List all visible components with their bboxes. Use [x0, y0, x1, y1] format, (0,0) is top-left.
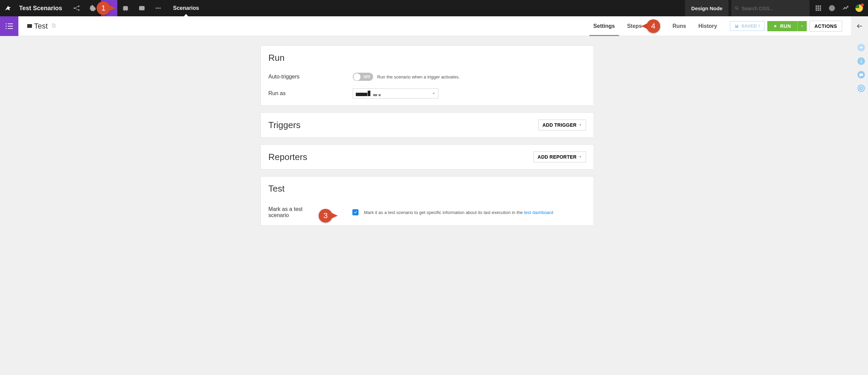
rail-add-icon[interactable] — [857, 43, 865, 52]
tab-runs[interactable]: Runs — [648, 16, 692, 36]
svg-rect-13 — [816, 10, 817, 11]
copy-icon[interactable] — [51, 23, 56, 30]
svg-rect-3 — [139, 6, 144, 10]
add-trigger-button[interactable]: ADD TRIGGER — [538, 120, 586, 130]
tab-history[interactable]: History — [692, 16, 723, 36]
panel-reporters: Reporters ADD REPORTER — [261, 144, 594, 169]
svg-rect-15 — [820, 10, 821, 11]
run-as-value-redacted — [356, 91, 381, 96]
svg-point-0 — [73, 7, 75, 9]
right-rail — [854, 36, 868, 239]
auto-triggers-label: Auto-triggers — [268, 74, 353, 80]
rail-info-icon[interactable] — [857, 57, 865, 65]
panel-run: Run Auto-triggers OFF Run the scenario w… — [261, 46, 594, 106]
mark-test-checkbox[interactable] — [352, 209, 358, 215]
jobs-nav-icon[interactable] — [85, 0, 101, 16]
activity-icon[interactable] — [839, 0, 852, 16]
svg-point-1 — [78, 6, 79, 7]
panel-triggers: Triggers ADD TRIGGER — [261, 112, 594, 138]
auto-triggers-toggle[interactable]: OFF — [353, 73, 373, 81]
svg-rect-11 — [818, 7, 819, 8]
svg-rect-14 — [818, 10, 819, 11]
svg-point-5 — [157, 8, 158, 9]
chevron-down-icon — [432, 92, 435, 95]
apps-icon[interactable] — [812, 0, 825, 16]
global-search[interactable] — [731, 0, 809, 16]
scenario-sub-bar: Test Settings Steps Runs History 4 SAVED… — [18, 16, 851, 36]
svg-point-6 — [160, 8, 161, 9]
nav-icon-4[interactable] — [117, 0, 134, 16]
run-button[interactable]: RUN — [767, 21, 797, 31]
scenario-list-toggle[interactable] — [0, 16, 18, 36]
svg-rect-24 — [53, 24, 55, 28]
svg-point-20 — [6, 26, 7, 27]
svg-point-22 — [6, 28, 7, 29]
test-dashboard-link[interactable]: test dashboard — [524, 210, 553, 215]
svg-text:?: ? — [831, 6, 833, 10]
settings-content: Run Auto-triggers OFF Run the scenario w… — [0, 36, 854, 239]
saved-button[interactable]: SAVED ! — [730, 21, 764, 31]
section-label: Scenarios — [166, 0, 206, 16]
design-node-label[interactable]: Design Node — [685, 0, 729, 16]
run-dropdown[interactable] — [797, 21, 807, 31]
svg-rect-10 — [816, 7, 817, 8]
nav-icon-5[interactable] — [134, 0, 150, 16]
scenario-type-icon — [27, 24, 32, 28]
add-reporter-button[interactable]: ADD REPORTER — [534, 151, 586, 162]
panel-reporters-heading: Reporters — [268, 152, 307, 162]
chevron-down-icon — [579, 155, 582, 159]
back-button[interactable] — [851, 16, 868, 36]
search-input[interactable] — [741, 5, 806, 11]
svg-rect-29 — [861, 59, 862, 60]
flow-nav-icon[interactable] — [68, 0, 85, 16]
panel-run-heading: Run — [268, 53, 586, 63]
panel-test-heading: Test — [268, 183, 586, 194]
svg-rect-12 — [820, 7, 821, 8]
toggle-off-text: OFF — [364, 75, 370, 79]
actions-button[interactable]: ACTIONS — [809, 21, 842, 32]
svg-point-2 — [78, 10, 79, 11]
svg-point-4 — [156, 8, 157, 9]
help-icon[interactable]: ? — [825, 0, 839, 16]
scenario-title[interactable]: Test — [34, 22, 48, 31]
user-avatar[interactable] — [852, 0, 866, 16]
search-icon — [735, 5, 739, 11]
app-logo[interactable] — [0, 0, 16, 16]
more-nav-icon[interactable] — [150, 0, 166, 16]
top-bar: Test Scenarios Scenarios Design Node ? — [0, 0, 868, 16]
scenarios-nav-icon[interactable] — [101, 0, 117, 16]
rail-discuss-icon[interactable] — [857, 71, 865, 79]
svg-rect-7 — [816, 6, 817, 7]
tab-steps[interactable]: Steps — [621, 16, 648, 36]
project-name[interactable]: Test Scenarios — [16, 0, 68, 16]
run-as-label: Run as — [268, 90, 353, 96]
chevron-down-icon — [579, 123, 582, 127]
svg-rect-28 — [861, 60, 862, 63]
svg-rect-25 — [52, 23, 55, 26]
panel-triggers-heading: Triggers — [268, 120, 300, 130]
tab-settings[interactable]: Settings — [587, 16, 621, 36]
rail-history-icon[interactable] — [857, 84, 865, 92]
svg-rect-9 — [820, 6, 821, 7]
mark-test-hint: Mark it as a test scenario to get specif… — [364, 210, 553, 215]
auto-triggers-hint: Run the scenario when a trigger activate… — [377, 74, 460, 79]
panel-test: Test Mark as a test scenario Mark it as … — [261, 176, 594, 226]
scenario-tabs: Settings Steps Runs History 4 — [587, 16, 723, 36]
svg-rect-8 — [818, 6, 819, 7]
run-as-select[interactable] — [353, 88, 438, 99]
svg-point-18 — [6, 23, 7, 24]
mark-test-label: Mark as a test scenario — [268, 206, 324, 218]
